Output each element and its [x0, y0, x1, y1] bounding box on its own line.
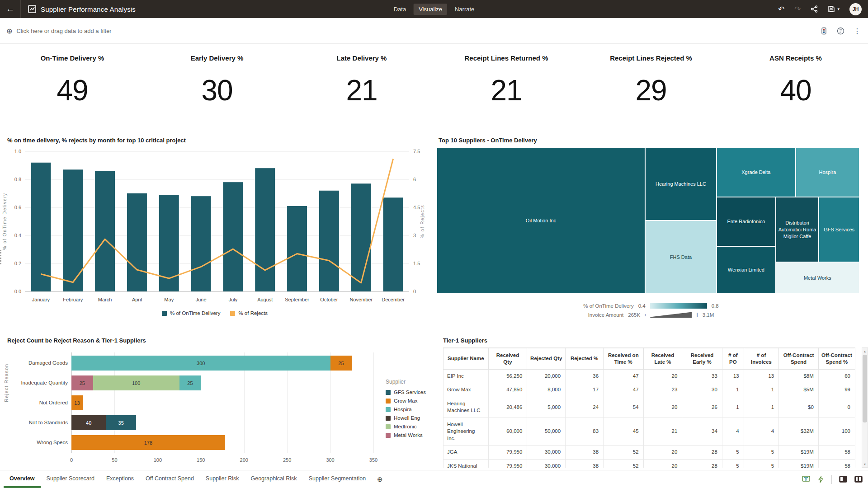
tier1-table-panel[interactable]: Tier-1 Suppliers Supplier NameReceived Q…: [434, 334, 868, 470]
supplier-legend-grow-max[interactable]: Grow Max: [386, 398, 426, 404]
canvas-tab-off-contract-spend[interactable]: Off Contract Spend: [140, 470, 200, 488]
canvas-tab-exceptions[interactable]: Exceptions: [100, 470, 140, 488]
treemap-cell-metal-works[interactable]: Metal Works: [776, 262, 859, 294]
treemap-cell-wenxian-limited[interactable]: Wenxian Limited: [717, 246, 776, 294]
table-row[interactable]: JGA79,95030,0003852202855$19M58: [443, 446, 855, 460]
undo-icon[interactable]: ↶: [778, 5, 784, 13]
bar-January[interactable]: [31, 163, 51, 291]
value-cell: 28: [682, 460, 722, 468]
scrollbar-thumb[interactable]: [863, 355, 867, 422]
column-header[interactable]: Received Qty: [488, 348, 527, 370]
limit-values-icon[interactable]: [820, 27, 828, 35]
table-row[interactable]: Howell Engineering Inc.60,00050,00083452…: [443, 418, 855, 446]
mode-tab-visualize[interactable]: Visualize: [414, 4, 447, 15]
table-row[interactable]: EIP Inc56,25020,000364720331313$8M60: [443, 369, 855, 383]
panel-resize-handle[interactable]: [0, 250, 1, 264]
treemap-cell-hospira[interactable]: Hospira: [796, 147, 859, 197]
segment-grow-max[interactable]: 178: [71, 435, 225, 450]
stacked-bar-panel[interactable]: Reject Count be Reject Reason & Tier-1 S…: [0, 334, 429, 470]
value-cell: 99: [818, 383, 855, 397]
kpi-tile-1[interactable]: Early Delivery %30: [145, 45, 289, 131]
segment-howell-eng[interactable]: 40: [71, 415, 106, 430]
back-button[interactable]: ←: [0, 0, 21, 18]
column-header[interactable]: Received on Time %: [604, 348, 644, 370]
supplier-legend-howell-eng[interactable]: Howell Eng: [386, 415, 426, 421]
bar-April[interactable]: [127, 193, 147, 291]
column-header[interactable]: Rejected %: [566, 348, 604, 370]
column-header[interactable]: Off-Contract Spend: [779, 348, 819, 370]
canvas-tab-supplier-segmentation[interactable]: Supplier Segmentation: [303, 470, 372, 488]
save-button[interactable]: ▾: [828, 5, 840, 13]
treemap-cell-fhs-data[interactable]: FHS Data: [645, 221, 717, 294]
scroll-up-icon[interactable]: ▲: [862, 348, 868, 354]
canvas-tab-overview[interactable]: Overview: [4, 470, 41, 488]
canvas-tab-geographical-risk[interactable]: Geographical Risk: [245, 470, 302, 488]
mode-tab-narrate[interactable]: Narrate: [450, 4, 479, 15]
bar-December[interactable]: [383, 197, 403, 291]
table-row[interactable]: JKS National79,95030,0003852202855$19M58: [443, 460, 855, 468]
legend-item-%-of-ontime-delivery[interactable]: % of OnTime Delivery: [162, 310, 220, 316]
table-scrollbar[interactable]: ▲ ▼: [862, 347, 868, 468]
kpi-tile-2[interactable]: Late Delivery %21: [289, 45, 434, 131]
column-header[interactable]: Supplier Name: [443, 348, 489, 370]
bar-July[interactable]: [223, 182, 243, 291]
annotations-icon[interactable]: [837, 27, 844, 35]
kpi-tile-4[interactable]: Receipt Lines Rejected %29: [579, 45, 723, 131]
segment-gfs-services[interactable]: 35: [106, 415, 136, 430]
kpi-tile-5[interactable]: ASN Receipts %40: [723, 45, 868, 131]
treemap-panel[interactable]: Top 10 Suppliers - OnTime Delivery Oil M…: [434, 133, 868, 334]
table-row[interactable]: Hearing Machines LLC20,4865,000245420261…: [443, 397, 855, 418]
bar-October[interactable]: [319, 191, 339, 291]
segment-metal-works[interactable]: 25: [71, 375, 93, 390]
column-header[interactable]: Rejected Qty: [527, 348, 566, 370]
bar-March[interactable]: [95, 171, 115, 291]
segment-hospira[interactable]: 25: [179, 375, 201, 390]
value-cell: 52: [604, 446, 644, 460]
share-icon[interactable]: [811, 5, 818, 13]
toggle-left-panel-icon[interactable]: [839, 476, 847, 483]
column-header[interactable]: Received Late %: [643, 348, 682, 370]
toggle-right-panel-icon[interactable]: [854, 476, 863, 483]
add-filter-target[interactable]: ⊕ Click here or drag data to add a filte…: [6, 27, 112, 35]
present-mode-icon[interactable]: [802, 476, 810, 483]
legend-item-%-of-rejects[interactable]: % of Rejects: [230, 310, 268, 316]
legend-swatch: [162, 311, 167, 316]
bar-August[interactable]: [255, 168, 275, 291]
treemap-cell-oil-motion-inc[interactable]: Oil Motion Inc: [437, 147, 645, 294]
redo-icon[interactable]: ↷: [794, 5, 801, 13]
auto-insights-icon[interactable]: [817, 476, 824, 483]
mode-tab-data[interactable]: Data: [389, 4, 411, 15]
scroll-down-icon[interactable]: ▼: [862, 461, 868, 467]
column-header[interactable]: # of PO: [722, 348, 744, 370]
add-canvas-icon[interactable]: ⊕: [372, 470, 388, 488]
supplier-name-cell: Hearing Machines LLC: [443, 397, 489, 418]
treemap-cell-ente-radiofonico[interactable]: Ente Radiofonico: [717, 197, 776, 246]
supplier-legend-hospira[interactable]: Hospira: [386, 407, 426, 412]
segment-grow-max[interactable]: 25: [330, 356, 352, 371]
table-row[interactable]: Grow Max47,8508,0001747233011$5M99: [443, 383, 855, 397]
more-options-icon[interactable]: ⋮: [854, 27, 861, 35]
canvas-tab-supplier-risk[interactable]: Supplier Risk: [200, 470, 245, 488]
user-avatar[interactable]: JH: [849, 3, 862, 15]
column-header[interactable]: Received Early %: [682, 348, 722, 370]
treemap-cell-distributori-automatici-roma-miglior-caffe[interactable]: Distributori Automatici Roma Miglior Caf…: [776, 197, 819, 262]
bar-June[interactable]: [191, 196, 211, 291]
column-header[interactable]: # of Invoices: [744, 348, 778, 370]
combo-chart-panel[interactable]: % on time delivery, % rejects by month f…: [0, 133, 429, 334]
canvas-tab-supplier-scorecard[interactable]: Supplier Scorecard: [41, 470, 100, 488]
segment-hospira[interactable]: 300: [71, 356, 330, 371]
rejects-line[interactable]: [41, 159, 393, 283]
bar-November[interactable]: [351, 183, 371, 291]
column-header[interactable]: Off-Contract Spend %: [818, 348, 855, 370]
treemap-cell-hearing-machines-llc[interactable]: Hearing Machines LLC: [645, 147, 717, 221]
supplier-legend-metal-works[interactable]: Metal Works: [386, 432, 426, 438]
treemap-cell-gfs-services[interactable]: GFS Services: [819, 197, 859, 262]
bar-September[interactable]: [287, 206, 307, 291]
kpi-tile-3[interactable]: Receipt Lines Returned %21: [434, 45, 579, 131]
segment-medtronic[interactable]: 100: [93, 375, 179, 390]
treemap-cell-xgrade-delta[interactable]: Xgrade Delta: [717, 147, 796, 197]
supplier-legend-gfs-services[interactable]: GFS Services: [386, 389, 426, 395]
segment-grow-max[interactable]: 13: [71, 395, 83, 410]
kpi-tile-0[interactable]: On-Time Delivery %49: [0, 45, 145, 131]
supplier-legend-medtronic[interactable]: Medtronic: [386, 424, 426, 429]
